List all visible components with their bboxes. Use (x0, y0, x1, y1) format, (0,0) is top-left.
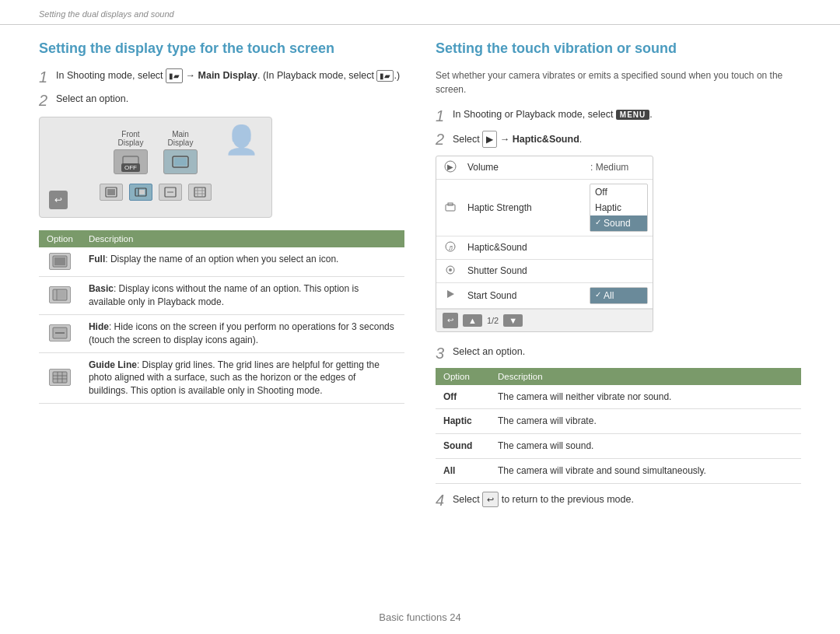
right-step-text-3: Select an option. (453, 345, 525, 359)
main-display-icon (163, 149, 198, 174)
camera-mockup: 👤 FrontDisplay OFF MainDisplay (39, 117, 272, 218)
menu-back-btn[interactable]: ↩ (443, 313, 458, 328)
haptic-sound-label: Haptic&Sound (464, 242, 590, 253)
svg-marker-36 (447, 290, 454, 298)
menu-row-haptic-sound: ♬ Haptic&Sound (436, 236, 653, 260)
left-step-2: 2 Select an option. (39, 92, 404, 109)
step-text-1: In Shooting mode, select ▮▰ → Main Displ… (56, 68, 400, 83)
volume-value: : Medium (590, 162, 653, 173)
step-number-2: 2 (39, 92, 51, 109)
table-row: Guide Line: Display grid lines. The grid… (39, 352, 404, 403)
right-step-number-2: 2 (436, 131, 448, 148)
table-row: Basic: Display icons without the name of… (39, 277, 404, 315)
svg-point-35 (449, 268, 452, 271)
haptic-strength-label: Haptic Strength (464, 202, 590, 213)
breadcrumb: Setting the dual displays and sound (0, 0, 840, 25)
page-wrapper: Setting the dual displays and sound Sett… (0, 0, 840, 634)
haptic-strength-icon (436, 200, 464, 215)
camera-display-options: FrontDisplay OFF MainDisplay (114, 130, 198, 174)
right-step-3: 3 Select an option. (436, 345, 801, 362)
svg-rect-3 (174, 158, 187, 166)
option-off: Off (436, 385, 490, 409)
svg-rect-5 (107, 189, 115, 195)
front-display-icon: OFF (114, 149, 148, 174)
right-step-text-4: Select ↩ to return to the previous mode. (453, 492, 634, 508)
option-table-right: Option Description Off The camera will n… (436, 368, 801, 484)
svg-rect-11 (194, 187, 205, 197)
svg-rect-20 (58, 291, 65, 299)
option-sound[interactable]: ✓Sound (590, 215, 647, 231)
option-sound: Sound (436, 434, 490, 459)
nav-up-btn[interactable]: ▲ (463, 314, 482, 327)
right-step-number-3: 3 (436, 345, 448, 362)
nav-down-btn[interactable]: ▼ (503, 314, 523, 327)
option-haptic[interactable]: Haptic (590, 200, 647, 215)
content-area: Setting the display type for the touch s… (0, 25, 840, 597)
front-display-option: FrontDisplay OFF (114, 130, 148, 174)
table-row: Off The camera will neither vibrate nor … (436, 385, 801, 409)
left-column: Setting the display type for the touch s… (39, 40, 404, 581)
table-row: Haptic The camera will vibrate. (436, 409, 801, 434)
table-row: All The camera will vibrate and sound si… (436, 458, 801, 483)
hide-icon (49, 324, 71, 342)
menu-nav-row: ↩ ▲ 1/2 ▼ (436, 309, 653, 331)
speaker-icon: ▶ (436, 160, 464, 175)
footer-text: Basic functions 24 (379, 611, 461, 623)
full-icon (49, 253, 71, 270)
off-badge: OFF (121, 163, 140, 172)
guideline-btn[interactable] (188, 184, 212, 201)
svg-rect-8 (139, 190, 145, 194)
haptic-sound-icon: ♬ (436, 240, 464, 255)
table-row: Hide: Hide icons on the screen if you pe… (39, 314, 404, 352)
camera-display-buttons (100, 184, 212, 201)
option-haptic: Haptic (436, 409, 490, 434)
menu-row-haptic-strength: Haptic Strength Off Haptic ✓Sound (436, 180, 653, 236)
full-btn[interactable] (100, 184, 123, 201)
step-text-2: Select an option. (56, 92, 128, 107)
menu-row-shutter: Shutter Sound (436, 260, 653, 283)
guideline-icon (49, 369, 71, 386)
right-column: Setting the touch vibration or sound Set… (436, 40, 801, 581)
right-step-text-2: Select ▶ → Haptic&Sound. (453, 131, 582, 148)
left-section-title: Setting the display type for the touch s… (39, 40, 404, 58)
haptic-strength-options: Off Haptic ✓Sound (590, 184, 653, 232)
option-all: All (436, 458, 490, 483)
right-section-desc: Set whether your camera vibrates or emit… (436, 68, 801, 96)
basic-btn[interactable] (129, 184, 152, 201)
right-step-4: 4 Select ↩ to return to the previous mod… (436, 492, 801, 509)
svg-text:♬: ♬ (448, 243, 453, 251)
menu-mockup: ▶ Volume : Medium Haptic Strength O (436, 156, 653, 332)
right-table-col-option: Option (436, 368, 490, 385)
main-display-label: MainDisplay (168, 130, 194, 147)
start-sound-label: Start Sound (464, 290, 590, 301)
volume-label: Volume (464, 162, 590, 173)
right-step-number-1: 1 (436, 107, 448, 124)
table-col-option: Option (39, 230, 81, 247)
page-indicator: 1/2 (487, 316, 499, 325)
menu-row-start-sound: Start Sound ✓All (436, 283, 653, 309)
table-row: Sound The camera will sound. (436, 434, 801, 459)
svg-text:▶: ▶ (447, 163, 453, 171)
shutter-sound-icon (436, 264, 464, 278)
svg-rect-17 (54, 257, 65, 265)
basic-icon (49, 286, 71, 303)
menu-row-volume: ▶ Volume : Medium (436, 156, 653, 180)
back-btn[interactable]: ↩ (49, 191, 68, 209)
right-step-text-1: In Shooting or Playback mode, select MEN… (453, 107, 653, 122)
option-off[interactable]: Off (590, 184, 647, 200)
right-step-2: 2 Select ▶ → Haptic&Sound. (436, 131, 801, 148)
main-display-option: MainDisplay (163, 130, 198, 174)
shutter-sound-label: Shutter Sound (464, 265, 590, 276)
option-table: Option Description Full: Display the nam… (39, 230, 404, 404)
table-row: Full: Display the name of an option when… (39, 247, 404, 277)
right-section-title: Setting the touch vibration or sound (436, 40, 801, 58)
hide-btn[interactable] (159, 184, 182, 201)
page-footer: Basic functions 24 (0, 611, 840, 623)
breadcrumb-text: Setting the dual displays and sound (39, 9, 174, 19)
option-all-selected[interactable]: ✓All (590, 288, 647, 303)
start-sound-icon (436, 288, 464, 303)
right-step-number-4: 4 (436, 492, 448, 509)
table-col-desc: Description (81, 230, 404, 247)
right-table-col-desc: Description (490, 368, 801, 385)
right-step-1: 1 In Shooting or Playback mode, select M… (436, 107, 801, 124)
